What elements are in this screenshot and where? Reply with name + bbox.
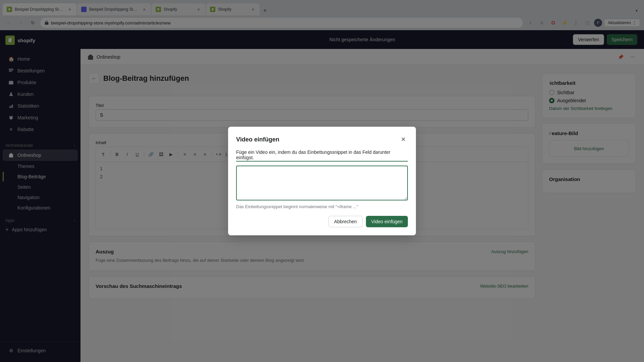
- modal-cancel-button[interactable]: Abbrechen: [328, 216, 363, 227]
- modal-description: Füge ein Video ein, indem du das Einbett…: [236, 149, 408, 162]
- modal-overlay: Video einfügen ✕ Füge ein Video ein, ind…: [0, 0, 644, 362]
- modal-title: Video einfügen: [236, 136, 279, 143]
- modal-embed-textarea[interactable]: [236, 166, 408, 200]
- modal-close-button[interactable]: ✕: [398, 135, 408, 144]
- modal-insert-button[interactable]: Video einfügen: [366, 216, 408, 227]
- modal-header: Video einfügen ✕: [236, 135, 408, 144]
- modal-hint: Das Einbettungssnippet beginnt normalerw…: [236, 204, 408, 209]
- modal-actions: Abbrechen Video einfügen: [236, 216, 408, 227]
- video-insert-modal: Video einfügen ✕ Füge ein Video ein, ind…: [228, 127, 416, 235]
